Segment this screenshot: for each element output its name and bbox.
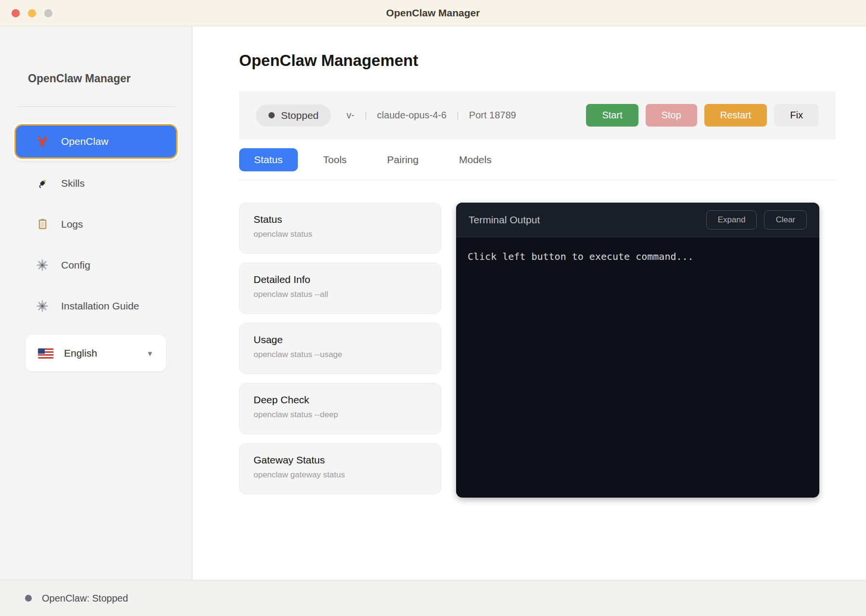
page-title: OpenClaw Management xyxy=(239,50,836,72)
card-command: openclaw gateway status xyxy=(254,470,427,480)
card-title: Deep Check xyxy=(254,394,427,406)
terminal-buttons: Expand Clear xyxy=(706,210,807,230)
card-title: Usage xyxy=(254,334,427,346)
tab-pairing[interactable]: Pairing xyxy=(372,148,433,171)
card-command: openclaw status --all xyxy=(254,290,427,299)
sidebar-item-label: Logs xyxy=(61,218,83,230)
meta-separator: | xyxy=(365,110,367,120)
status-dot-icon xyxy=(268,112,275,118)
sidebar-item-openclaw[interactable]: OpenClaw xyxy=(14,124,178,159)
terminal-header: Terminal Output Expand Clear xyxy=(456,203,819,237)
tab-status[interactable]: Status xyxy=(239,148,298,171)
stop-button[interactable]: Stop xyxy=(646,104,697,127)
port-text: Port 18789 xyxy=(469,110,516,121)
command-card-list: Status openclaw status Detailed Info ope… xyxy=(239,203,441,494)
clipboard-icon xyxy=(35,218,50,230)
command-card-detailed-info[interactable]: Detailed Info openclaw status --all xyxy=(239,263,441,314)
sidebar: OpenClaw Manager OpenClaw xyxy=(0,26,192,580)
language-selector[interactable]: English ▼ xyxy=(25,335,166,372)
terminal-panel: Terminal Output Expand Clear Click left … xyxy=(456,203,819,498)
model-text: claude-opus-4-6 xyxy=(377,110,447,121)
version-text: v- xyxy=(346,110,355,121)
sidebar-title: OpenClaw Manager xyxy=(14,72,178,85)
lobster-icon xyxy=(35,135,50,148)
language-label: English xyxy=(64,347,97,359)
card-title: Gateway Status xyxy=(254,454,427,466)
card-command: openclaw status --deep xyxy=(254,410,427,420)
command-card-gateway-status[interactable]: Gateway Status openclaw gateway status xyxy=(239,443,441,494)
restart-button[interactable]: Restart xyxy=(704,104,767,127)
sidebar-item-label: OpenClaw xyxy=(61,136,108,147)
tab-bar: Status Tools Pairing Models xyxy=(239,148,836,180)
command-card-status[interactable]: Status openclaw status xyxy=(239,203,441,254)
us-flag-icon xyxy=(38,348,53,359)
card-title: Status xyxy=(254,214,427,225)
status-label: Stopped xyxy=(281,110,318,121)
command-card-usage[interactable]: Usage openclaw status --usage xyxy=(239,323,441,374)
gear-icon xyxy=(35,300,50,312)
card-title: Detailed Info xyxy=(254,274,427,285)
chevron-down-icon: ▼ xyxy=(146,349,153,358)
fix-button[interactable]: Fix xyxy=(774,104,819,127)
sidebar-item-label: Installation Guide xyxy=(61,300,139,312)
command-card-deep-check[interactable]: Deep Check openclaw status --deep xyxy=(239,383,441,434)
meta-separator: | xyxy=(457,110,459,120)
sidebar-item-config[interactable]: Config xyxy=(14,244,178,285)
clear-button[interactable]: Clear xyxy=(764,210,807,230)
card-command: openclaw status --usage xyxy=(254,350,427,359)
service-controls: Start Stop Restart Fix xyxy=(586,104,819,127)
start-button[interactable]: Start xyxy=(586,104,638,127)
status-badge: Stopped xyxy=(256,104,331,127)
expand-button[interactable]: Expand xyxy=(706,210,757,230)
service-status-panel: Stopped v- | claude-opus-4-6 | Port 1878… xyxy=(239,91,836,140)
tab-tools[interactable]: Tools xyxy=(308,148,362,171)
window-title: OpenClaw Manager xyxy=(0,7,866,19)
plug-icon xyxy=(35,177,50,190)
terminal-output[interactable]: Click left button to execute command... xyxy=(456,237,819,498)
sidebar-divider xyxy=(16,106,176,107)
sidebar-item-logs[interactable]: Logs xyxy=(14,204,178,244)
footer-status-text: OpenClaw: Stopped xyxy=(42,593,128,604)
sidebar-item-label: Skills xyxy=(61,178,85,189)
status-footer: OpenClaw: Stopped xyxy=(0,580,866,616)
terminal-title: Terminal Output xyxy=(469,214,540,226)
sidebar-item-skills[interactable]: Skills xyxy=(14,163,178,204)
sidebar-item-installation-guide[interactable]: Installation Guide xyxy=(14,285,178,326)
card-command: openclaw status xyxy=(254,230,427,239)
gear-icon xyxy=(35,259,50,271)
footer-status-dot-icon xyxy=(25,595,32,602)
window-titlebar: OpenClaw Manager xyxy=(0,0,866,26)
sidebar-item-label: Config xyxy=(61,259,90,271)
main-content: OpenClaw Management Stopped v- | claude-… xyxy=(192,26,866,580)
service-meta: v- | claude-opus-4-6 | Port 18789 xyxy=(346,110,516,121)
tab-models[interactable]: Models xyxy=(444,148,507,171)
